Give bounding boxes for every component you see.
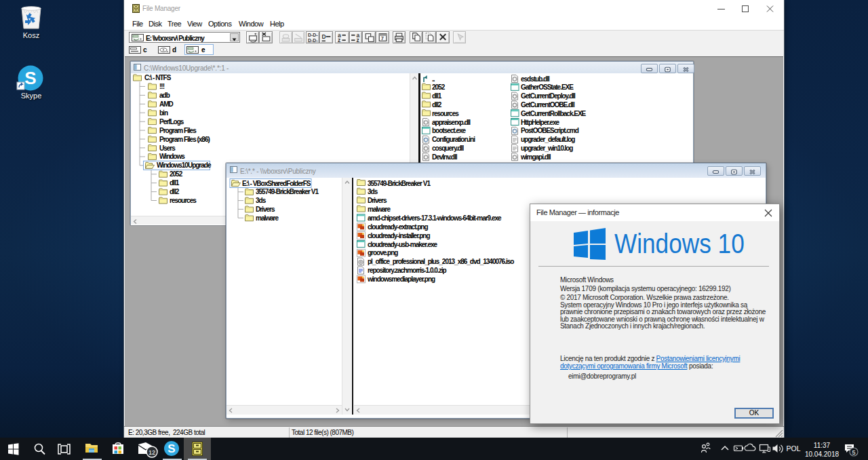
svg-text:GatherOSState.EXE: GatherOSState.EXE [521,83,574,91]
svg-text:resources: resources [432,110,459,117]
svg-text:5: 5 [852,449,855,456]
svg-text:malware: malware [368,206,391,213]
svg-text:appraiserxp.dll: appraiserxp.dll [432,119,471,126]
svg-text:HttpHelper.exe: HttpHelper.exe [521,119,559,126]
svg-text:AMD: AMD [159,100,174,108]
svg-text:355749-BrickBreaker V1: 355749-BrickBreaker V1 [256,188,319,195]
svg-text:PerfLogs: PerfLogs [159,118,184,126]
svg-text:D: D [322,33,326,40]
svg-text:dll2: dll2 [170,188,180,195]
svg-text:Configuration.ini: Configuration.ini [432,136,475,143]
svg-text:12: 12 [149,449,155,456]
svg-text:Drivers: Drivers [368,197,387,204]
svg-text:upgrader_default.log: upgrader_default.log [521,136,575,143]
svg-text:D-D-: D-D- [308,38,318,43]
svg-text:Program Files (x86): Program Files (x86) [159,136,210,143]
svg-text:dll2: dll2 [432,101,442,109]
svg-text:S: S [24,68,36,88]
svg-text:E:\ - VBoxSharedFolderFS: E:\ - VBoxSharedFolderFS [242,180,311,187]
svg-text:355749-BrickBreaker V1: 355749-BrickBreaker V1 [368,180,431,187]
svg-text:2052: 2052 [432,83,446,91]
svg-text:groove.png: groove.png [368,249,398,256]
svg-text:S: S [167,442,175,455]
svg-text:Drivers: Drivers [256,206,275,213]
svg-text:cosquery.dll: cosquery.dll [432,145,464,152]
svg-text:cloudready-usb-maker.exe: cloudready-usb-maker.exe [368,241,438,248]
svg-text:repository.zachmorris-1.0.0.zi: repository.zachmorris-1.0.0.zip [368,267,446,274]
svg-text:Windows: Windows [159,153,185,160]
svg-text:adb: adb [159,92,170,99]
svg-text:z: z [357,37,359,43]
svg-text:dll1: dll1 [170,179,180,187]
svg-text:cloudready-installer.png: cloudready-installer.png [368,232,430,239]
svg-text:PostOOBEScript.cmd: PostOOBEScript.cmd [521,127,579,134]
svg-text:pl_office_professional_plus_20: pl_office_professional_plus_2013_x86_dvd… [368,258,514,265]
svg-text:GetCurrentOOBE.dll: GetCurrentOOBE.dll [521,101,575,109]
svg-text:bin: bin [159,109,168,117]
svg-text:malware: malware [256,214,279,222]
svg-text:3ds: 3ds [256,197,267,204]
svg-text:2052: 2052 [170,170,183,178]
svg-text:GetCurrentDeploy.dll: GetCurrentDeploy.dll [521,92,576,100]
svg-text:dll1: dll1 [432,92,442,100]
svg-text:resources: resources [170,197,197,204]
svg-text:3ds: 3ds [368,188,378,195]
svg-text:amd-chipset-drivers-17.3.1-win: amd-chipset-drivers-17.3.1-windows-64bit… [368,214,502,222]
svg-text:windowsmediaplayer.png: windowsmediaplayer.png [367,275,435,283]
svg-text:11:37: 11:37 [814,442,831,449]
svg-text:D-D-: D-D- [308,33,318,37]
svg-text:!!!: !!! [159,83,165,90]
svg-text:C:\ - NTFS: C:\ - NTFS [144,74,172,81]
svg-text:cloudready-extract.png: cloudready-extract.png [368,223,428,231]
svg-text:bootsect.exe: bootsect.exe [432,127,467,134]
svg-text:POL: POL [786,444,800,453]
svg-text:wimgapi.dll: wimgapi.dll [520,153,551,161]
svg-text:esdstub.dll: esdstub.dll [521,75,550,83]
svg-text:GetCurrentRollback.EXE: GetCurrentRollback.EXE [521,110,587,117]
svg-text:upgrader_win10.log: upgrader_win10.log [521,145,573,152]
svg-text:z: z [338,37,340,43]
svg-text:Program Files: Program Files [159,127,197,134]
svg-text:Windows10Upgrade: Windows10Upgrade [157,161,212,169]
svg-text:Users: Users [159,145,176,152]
svg-text:DevInv.dll: DevInv.dll [432,153,458,161]
svg-text:7: 7 [381,35,384,41]
svg-text:10.04.2018: 10.04.2018 [805,451,839,458]
